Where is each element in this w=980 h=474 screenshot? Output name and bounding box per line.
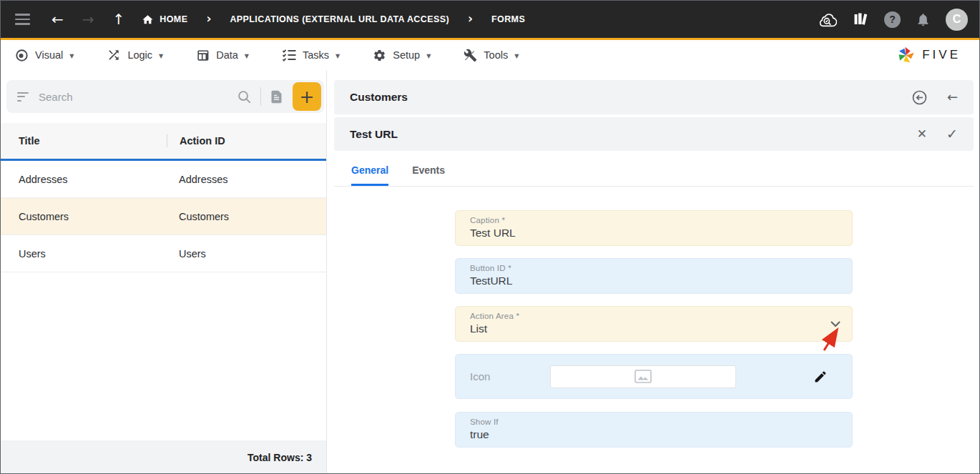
tools-icon — [464, 49, 477, 62]
field-label: Icon — [470, 370, 490, 382]
divider — [260, 87, 261, 106]
add-record-button[interactable]: + — [293, 82, 321, 111]
menu-logic[interactable]: Logic ▼ — [107, 48, 163, 62]
field-label: Caption * — [470, 216, 838, 224]
back-icon[interactable]: ← — [52, 12, 64, 26]
list-title: Customers — [350, 91, 408, 104]
record-header-actions: ✕ ✓ — [917, 127, 958, 141]
cloud-search-icon[interactable] — [818, 11, 837, 28]
form-fields: Caption * Test URL Button ID * TestURL A… — [455, 210, 853, 448]
up-icon[interactable]: ↑ — [113, 12, 125, 26]
breadcrumb-home[interactable]: HOME — [142, 14, 187, 26]
search-input[interactable] — [39, 91, 237, 103]
notifications-icon[interactable] — [916, 12, 931, 27]
menu-icon[interactable] — [15, 14, 30, 25]
table-row-addresses[interactable]: Addresses Addresses — [1, 161, 326, 198]
button-id-field[interactable]: Button ID * TestURL — [455, 258, 853, 294]
menu-label: Visual — [35, 49, 63, 61]
nav-arrows: ← → ↑ — [52, 12, 124, 26]
field-value: TestURL — [470, 275, 838, 287]
menu-setup[interactable]: Setup ▼ — [373, 49, 431, 62]
tasks-icon — [282, 49, 296, 61]
menu-label: Setup — [393, 49, 420, 61]
five-logo-icon — [896, 46, 916, 65]
breadcrumb: HOME › APPLICATIONS (EXTERNAL URL DATA A… — [142, 13, 525, 26]
column-header-title[interactable]: Title — [1, 135, 167, 147]
list-header: Customers ← — [334, 80, 974, 114]
cell-action-id: Customers — [167, 211, 229, 222]
icon-preview-box[interactable] — [550, 365, 736, 388]
help-icon[interactable]: ? — [884, 11, 901, 28]
chevron-right-icon: › — [468, 13, 473, 26]
image-placeholder-icon — [634, 370, 652, 383]
chevron-right-icon: › — [206, 13, 211, 26]
menu-tasks[interactable]: Tasks ▼ — [282, 49, 340, 61]
tab-events[interactable]: Events — [412, 164, 445, 186]
menu-bar: Visual ▼ Logic ▼ Data ▼ Tasks — [1, 40, 979, 70]
menu-visual[interactable]: Visual ▼ — [15, 49, 74, 62]
menu-data[interactable]: Data ▼ — [196, 49, 249, 62]
tab-general[interactable]: General — [351, 164, 388, 186]
five-logo-text: FIVE — [922, 48, 961, 62]
user-avatar[interactable]: C — [946, 9, 968, 31]
main-area: + Title Action ID Addresses Addresses Cu… — [1, 70, 979, 474]
list-header-actions: ← — [911, 89, 958, 106]
library-icon[interactable] — [852, 11, 869, 28]
data-icon — [196, 49, 210, 62]
caret-down-icon: ▼ — [69, 51, 74, 59]
home-icon — [142, 14, 154, 26]
top-bar: ← → ↑ HOME › APPLICATIONS (EXTERNAL URL … — [1, 1, 979, 40]
menu-label: Tools — [484, 49, 508, 61]
forward-icon[interactable]: → — [82, 12, 94, 26]
five-logo: FIVE — [896, 46, 961, 65]
field-value: List — [470, 322, 838, 335]
field-label: Show If — [470, 418, 838, 426]
visual-icon — [15, 49, 29, 62]
search-bar: + — [6, 80, 324, 113]
cell-title: Customers — [1, 211, 167, 222]
caret-down-icon: ▼ — [245, 51, 249, 59]
field-label: Button ID * — [470, 264, 838, 272]
record-tabs: General Events — [334, 151, 974, 187]
cell-title: Addresses — [1, 174, 167, 185]
setup-icon — [373, 49, 386, 62]
menu-label: Tasks — [303, 49, 329, 61]
menu-label: Data — [216, 49, 238, 61]
record-detail-panel: Customers ← Test URL ✕ ✓ General Events — [327, 70, 979, 474]
search-icon — [237, 89, 252, 104]
restore-icon[interactable] — [911, 89, 928, 106]
cell-title: Users — [1, 248, 167, 260]
record-header: Test URL ✕ ✓ — [334, 117, 974, 151]
logic-icon — [107, 48, 121, 62]
table-row-users[interactable]: Users Users — [1, 235, 326, 272]
table-footer: Total Rows: 3 — [1, 440, 326, 474]
caret-down-icon: ▼ — [426, 51, 431, 59]
save-icon[interactable]: ✓ — [946, 127, 958, 141]
breadcrumb-home-label: HOME — [160, 14, 187, 24]
show-if-field[interactable]: Show If true — [455, 412, 853, 448]
cell-action-id: Addresses — [167, 174, 228, 185]
table-row-customers[interactable]: Customers Customers — [1, 198, 326, 235]
breadcrumb-applications[interactable]: APPLICATIONS (EXTERNAL URL DATA ACCESS) — [230, 14, 449, 24]
records-list-panel: + Title Action ID Addresses Addresses Cu… — [1, 70, 327, 474]
caret-down-icon: ▼ — [514, 51, 519, 59]
table-empty-space — [1, 272, 326, 440]
menu-tools[interactable]: Tools ▼ — [464, 49, 519, 62]
icon-field[interactable]: Icon — [455, 354, 853, 399]
cell-action-id: Users — [167, 248, 206, 260]
edit-icon[interactable] — [813, 370, 828, 384]
form-area: Caption * Test URL Button ID * TestURL A… — [334, 187, 974, 474]
breadcrumb-forms[interactable]: FORMS — [491, 14, 525, 24]
action-area-field[interactable]: Action Area * List — [455, 306, 853, 342]
field-value: Test URL — [470, 227, 838, 240]
copy-record-icon[interactable] — [269, 89, 284, 104]
caption-field[interactable]: Caption * Test URL — [455, 210, 853, 246]
total-rows-label: Total Rows: 3 — [248, 452, 312, 463]
chevron-down-icon[interactable] — [830, 317, 841, 330]
app-window: ← → ↑ HOME › APPLICATIONS (EXTERNAL URL … — [0, 0, 980, 474]
record-title: Test URL — [350, 128, 398, 141]
collapse-panel-icon[interactable]: ← — [947, 91, 958, 104]
column-header-action-id[interactable]: Action ID — [167, 135, 225, 147]
cancel-icon[interactable]: ✕ — [917, 128, 927, 140]
caret-down-icon: ▼ — [159, 51, 163, 59]
